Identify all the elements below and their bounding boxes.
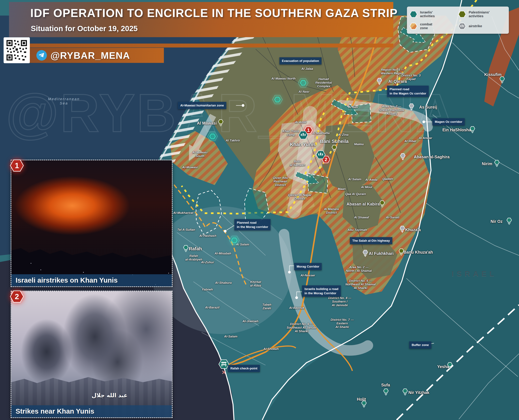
inset-photo-strikes: عبد الله جلال Strikes near Khan Yunis 2 <box>11 291 173 418</box>
place-label: ISRAEL <box>452 270 497 278</box>
place-label: Al-Nasser <box>301 274 315 277</box>
place-label: Al Anwar <box>419 136 432 140</box>
pin-hex-icon <box>446 361 453 370</box>
legend-label: airstrike <box>469 24 482 28</box>
settlement-pin <box>408 103 415 112</box>
settlement-label: Rafah <box>189 246 202 252</box>
pin-hex-icon <box>402 388 409 397</box>
place-label: Area No. 2 —North / Al Shamal <box>346 265 372 273</box>
place-label: Al Awda <box>365 178 377 182</box>
callout: Israelis building a roadin the Morag Cor… <box>302 285 341 297</box>
place-label: Al Moul <box>361 185 372 189</box>
israeli-activity-point <box>228 234 241 248</box>
place-label: Al Takhrir <box>226 139 240 142</box>
place-label: Al Shawaf <box>354 216 369 219</box>
callout: Morag Corridor <box>294 263 322 270</box>
svg-text:2: 2 <box>15 292 19 301</box>
place-label: Rafahal-Arabiyeh <box>185 254 202 261</box>
combat-zone-hex-icon <box>409 22 418 30</box>
photo-arabic-watermark: عبد الله جلال <box>92 392 128 398</box>
place-label: Al-Misabah <box>214 252 231 255</box>
israeli-activity-point <box>271 93 284 107</box>
pin-hex-icon <box>362 249 369 258</box>
pin-hex-icon <box>493 159 501 168</box>
settlement-label: Nir Oz <box>490 219 503 224</box>
legend-label: combat zone <box>420 22 432 30</box>
callout: Planned roadin the Morag corridor <box>234 219 271 230</box>
place-label: Al Nasr <box>298 90 310 93</box>
inset-photo-airstrike: Israeli airstrikes on Khan Yunis 1 <box>11 160 173 287</box>
place-label: Al-Salam <box>224 335 237 338</box>
settlement-pin <box>402 388 409 398</box>
place-label: TabehZareh <box>262 303 271 310</box>
callout: The Salah al-Din highway <box>350 237 392 244</box>
place-label: Al Amal <box>295 120 306 124</box>
place-label: Al-Sanati <box>386 216 399 219</box>
place-label: HamadResidentialComplex <box>315 77 332 88</box>
place-label: Al Ribat <box>405 139 416 143</box>
pin-hex-icon <box>399 225 406 234</box>
place-label: Qadikh <box>382 177 393 181</box>
place-label: Al Mawasi North <box>271 77 296 80</box>
place-label: Maan <box>338 187 346 191</box>
callout: Planned roadin the Magen Oz corridor <box>387 86 429 97</box>
infographic-canvas: @RYBAR_MENA IDF OPERATION TO ENCIRCLE IN… <box>0 0 519 420</box>
svg-text:1: 1 <box>15 161 19 170</box>
place-label: Al Hashash <box>199 234 216 238</box>
svg-text:✕: ✕ <box>221 369 226 376</box>
place-label: Al Satr <box>348 105 358 109</box>
place-label: Qaizan Al NajjarDistrict <box>288 193 312 200</box>
settlement-label: Banu Khuza'ah <box>404 250 433 255</box>
place-label: District No. 4 —Southern /Al Janoubi <box>328 296 351 307</box>
place-label: Qizan AbuRashwanDistrict <box>273 176 288 187</box>
pin-hex-icon <box>469 125 476 135</box>
callout: Rafah check-point <box>228 365 260 372</box>
pin-hex-icon <box>399 152 406 161</box>
settlement-label: Ein HaShlosha <box>442 128 471 132</box>
place-label: Khan Yuniscamp <box>282 129 299 136</box>
pin-hex-icon <box>382 388 389 397</box>
settlement-pin <box>505 217 513 227</box>
israeli-activity-point <box>206 130 219 144</box>
legend-palestinian-activities: Palestinians' activities <box>458 8 507 20</box>
settlement-label: Abasan al-Saghira <box>414 155 450 159</box>
place-label: Al-Barazil <box>205 306 219 309</box>
place-label: Al-Muwasi <box>182 165 198 169</box>
settlement-pin <box>399 225 406 235</box>
inset-caption: Israeli airstrikes on Khan Yunis <box>11 276 118 284</box>
place-label: Al Salam <box>348 178 361 181</box>
pin-hex-icon <box>182 244 190 253</box>
settlement-label: Al Mawasi <box>197 121 217 126</box>
airstrike-marker <box>297 130 309 141</box>
settlement-pin <box>379 199 386 209</box>
pin-hex-icon <box>505 217 513 226</box>
inset-caption-bar: Strikes near Khan Yunis <box>11 405 172 417</box>
page-subtitle: Situation for October 19, 2025 <box>31 24 138 33</box>
legend-combat-zone: combat zone <box>409 20 458 32</box>
place-label: Al-Zuhur <box>201 261 214 264</box>
place-label: Al-Shabura <box>215 281 232 285</box>
settlement-pin <box>331 144 338 154</box>
pin-hex-icon <box>217 118 224 128</box>
callout: Magen Oz corridor <box>432 118 465 125</box>
place-label: Qaa Al Qurain <box>345 192 366 196</box>
place-label: Al-Shokeh <box>263 347 279 351</box>
place-label: Al-Jneineh <box>242 319 258 323</box>
bombs-icon <box>315 149 327 160</box>
settlement-pin <box>182 244 190 254</box>
smoke-plumes-photo: عبد الله جلال <box>11 291 172 417</box>
place-label: Makka <box>354 142 364 146</box>
settlement-pin <box>493 159 501 169</box>
israeli-activity-point <box>296 76 310 90</box>
inset-caption: Strikes near Khan Yunis <box>11 407 94 415</box>
callout: Al-Mawasi humanitarian zone <box>178 102 226 109</box>
qr-code <box>4 37 30 63</box>
place-label: Al Zina <box>338 133 348 136</box>
place-label: Tel A-Sultan <box>177 228 195 232</box>
place-label: Al-Mukharirat <box>173 211 193 215</box>
legend-israeli-activities: Israelis' activities <box>409 8 458 20</box>
channel-handle[interactable]: @RYBAR_MENA <box>51 50 130 61</box>
settlement-pin <box>360 400 367 410</box>
channel-bar[interactable]: @RYBAR_MENA <box>30 48 164 63</box>
place-label: Al ManaraDistrict <box>324 207 339 215</box>
